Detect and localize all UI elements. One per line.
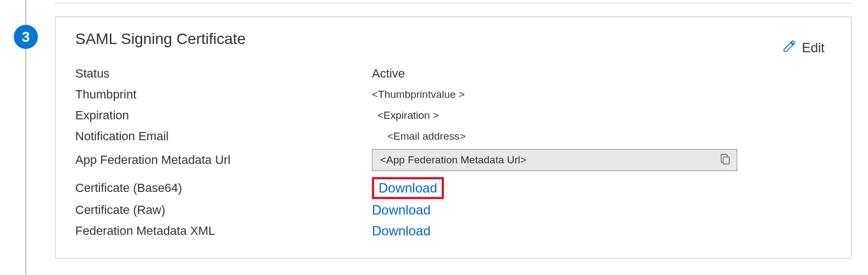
- cert-raw-label: Certificate (Raw): [75, 203, 372, 217]
- federation-xml-row: Federation Metadata XML Download: [75, 221, 831, 241]
- app-federation-url-row: App Federation Metadata Url <App Federat…: [75, 149, 831, 171]
- expiration-row: Expiration <Expiration >: [75, 105, 831, 126]
- step-number: 3: [22, 29, 30, 46]
- federation-xml-label: Federation Metadata XML: [75, 224, 372, 238]
- saml-certificate-card: SAML Signing Certificate Edit Status Act…: [55, 16, 852, 258]
- thumbprint-row: Thumbprint <Thumbprintvalue >: [75, 84, 831, 105]
- status-value: Active: [372, 67, 831, 81]
- download-xml-link[interactable]: Download: [372, 223, 431, 238]
- expiration-value: <Expiration >: [372, 109, 831, 122]
- edit-button[interactable]: Edit: [782, 30, 831, 57]
- app-federation-url-label: App Federation Metadata Url: [75, 153, 372, 167]
- cert-raw-row: Certificate (Raw) Download: [75, 200, 831, 221]
- notification-email-label: Notification Email: [75, 129, 372, 144]
- cert-base64-label: Certificate (Base64): [75, 181, 372, 195]
- app-federation-url-field[interactable]: <App Federation Metadata Url>: [372, 149, 737, 171]
- step-number-badge: 3: [14, 25, 38, 49]
- thumbprint-label: Thumbprint: [75, 87, 372, 102]
- notification-email-value: <Email address>: [372, 130, 831, 142]
- copy-icon[interactable]: [719, 153, 731, 168]
- download-base64-highlight: Download: [372, 177, 444, 200]
- edit-label: Edit: [802, 40, 825, 56]
- cert-base64-row: Certificate (Base64) Download: [75, 177, 831, 200]
- svg-rect-0: [723, 157, 729, 164]
- expiration-label: Expiration: [75, 108, 372, 123]
- notification-email-row: Notification Email <Email address>: [75, 126, 831, 147]
- previous-card-divider: [55, 0, 852, 3]
- thumbprint-value: <Thumbprintvalue >: [372, 89, 831, 101]
- status-label: Status: [75, 67, 372, 81]
- app-federation-url-value: <App Federation Metadata Url>: [380, 154, 719, 166]
- download-raw-link[interactable]: Download: [372, 202, 431, 217]
- pencil-icon: [782, 39, 797, 57]
- download-base64-link[interactable]: Download: [379, 180, 437, 195]
- card-title: SAML Signing Certificate: [75, 30, 246, 48]
- status-row: Status Active: [75, 63, 831, 84]
